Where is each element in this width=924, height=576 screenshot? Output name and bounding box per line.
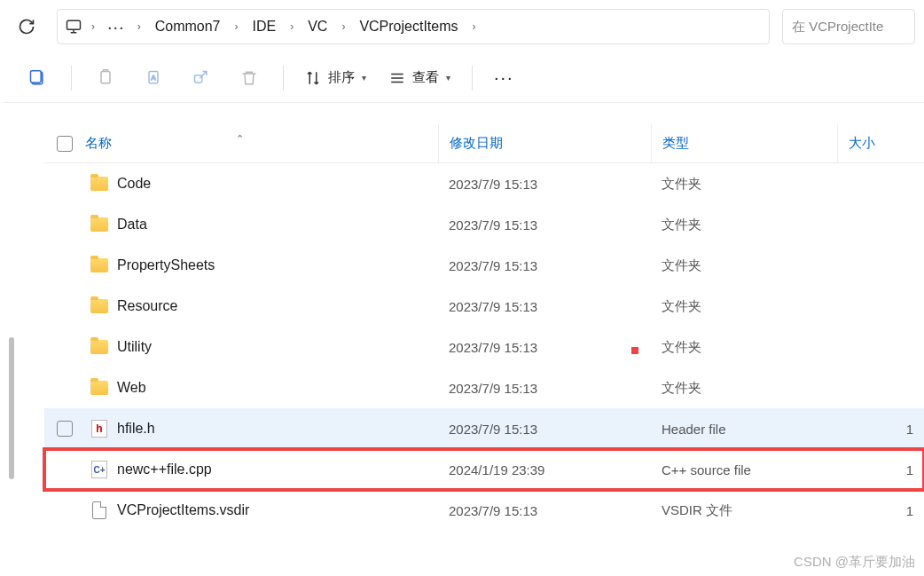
file-date: 2023/7/9 15:13 <box>438 217 651 233</box>
refresh-button[interactable] <box>9 9 44 44</box>
file-row[interactable]: Web2023/7/9 15:13文件夹 <box>44 367 924 408</box>
chevron-down-icon: ▾ <box>446 73 450 83</box>
separator <box>71 66 72 91</box>
file-list: 名称 ⌃ 修改日期 类型 大小 Code2023/7/9 15:13文件夹Dat… <box>44 124 924 576</box>
rename-button <box>228 59 270 98</box>
file-type: VSDIR 文件 <box>651 502 837 519</box>
file-row[interactable]: VCProjectItems.vsdir2023/7/9 15:13VSDIR … <box>44 490 924 531</box>
header-name[interactable]: 名称 ⌃ <box>85 135 438 152</box>
row-checkbox[interactable] <box>57 421 73 437</box>
new-button[interactable] <box>16 59 59 98</box>
cpp-file-icon: C+ <box>91 461 107 478</box>
file-type: 文件夹 <box>651 339 837 356</box>
folder-icon <box>90 299 108 313</box>
search-input[interactable]: 在 VCProjectIte <box>782 9 915 44</box>
header-type[interactable]: 类型 <box>651 124 837 162</box>
separator <box>283 66 284 91</box>
cut-button <box>84 59 127 98</box>
file-name: Web <box>114 380 438 396</box>
toolbar: A 排序 ▾ 查看 ▾ ··· <box>4 53 924 103</box>
view-label: 查看 <box>412 69 439 86</box>
copy-button: A <box>132 59 175 98</box>
folder-icon <box>90 258 108 272</box>
file-type: 文件夹 <box>651 380 837 397</box>
file-name: PropertySheets <box>114 257 438 273</box>
file-date: 2023/7/9 15:13 <box>438 299 651 314</box>
paste-button <box>180 59 223 98</box>
file-name: Data <box>114 217 438 233</box>
chevron-down-icon: ▾ <box>362 73 366 83</box>
file-date: 2024/1/19 23:39 <box>438 462 651 477</box>
file-name: newc++file.cpp <box>114 462 438 477</box>
file-date: 2023/7/9 15:13 <box>438 340 651 355</box>
nav-scrollbar[interactable] <box>9 337 14 479</box>
folder-icon <box>90 217 108 232</box>
file-type: 文件夹 <box>651 298 837 315</box>
file-type: C++ source file <box>651 462 837 477</box>
sort-indicator-icon: ⌃ <box>236 133 244 145</box>
chevron-right-icon: › <box>90 20 97 33</box>
chevron-right-icon: › <box>471 20 478 33</box>
folder-icon <box>90 381 108 395</box>
view-icon <box>389 70 405 86</box>
view-dropdown[interactable]: 查看 ▾ <box>380 64 459 91</box>
breadcrumb[interactable]: › ··· › Common7 › IDE › VC › VCProjectIt… <box>57 9 770 44</box>
file-row[interactable]: Data2023/7/9 15:13文件夹 <box>44 204 924 245</box>
file-date: 2023/7/9 15:13 <box>438 258 651 273</box>
sort-icon <box>305 70 321 86</box>
annotation-mark <box>631 347 638 354</box>
breadcrumb-segment[interactable]: IDE <box>247 15 281 38</box>
breadcrumb-segment[interactable]: Common7 <box>150 15 226 38</box>
file-date: 2023/7/9 15:13 <box>438 503 651 518</box>
file-type: 文件夹 <box>651 257 837 274</box>
svg-rect-3 <box>101 71 110 83</box>
svg-text:A: A <box>152 73 156 81</box>
file-name: Resource <box>114 298 438 314</box>
file-size: 1 <box>837 462 924 477</box>
chevron-right-icon: › <box>340 20 347 33</box>
search-placeholder: 在 VCProjectIte <box>792 19 883 36</box>
chevron-right-icon: › <box>136 20 143 33</box>
chevron-right-icon: › <box>232 20 239 33</box>
header-size[interactable]: 大小 <box>837 124 924 162</box>
file-name: Utility <box>114 339 438 355</box>
svg-rect-0 <box>67 20 81 29</box>
separator <box>472 66 473 91</box>
folder-icon <box>90 177 108 191</box>
file-name: hfile.h <box>114 421 438 437</box>
file-row[interactable]: Utility2023/7/9 15:13文件夹 <box>44 327 924 367</box>
file-name: VCProjectItems.vsdir <box>114 502 438 518</box>
file-date: 2023/7/9 15:13 <box>438 177 651 192</box>
pc-icon <box>65 18 82 36</box>
file-row[interactable]: hhfile.h2023/7/9 15:13Header file1 <box>44 408 924 449</box>
breadcrumb-segment[interactable]: VCProjectItems <box>354 15 463 38</box>
sort-dropdown[interactable]: 排序 ▾ <box>296 64 375 91</box>
file-type: 文件夹 <box>651 176 837 193</box>
file-type: Header file <box>651 422 837 437</box>
header-date[interactable]: 修改日期 <box>438 124 651 162</box>
column-headers: 名称 ⌃ 修改日期 类型 大小 <box>44 124 924 163</box>
file-type: 文件夹 <box>651 217 837 233</box>
file-size: 1 <box>837 422 924 437</box>
file-row[interactable]: Resource2023/7/9 15:13文件夹 <box>44 286 924 327</box>
file-size: 1 <box>837 503 924 518</box>
address-bar: › ··· › Common7 › IDE › VC › VCProjectIt… <box>0 0 924 53</box>
watermark: CSDN @革斤要加油 <box>794 554 915 571</box>
select-all-checkbox[interactable] <box>44 136 85 152</box>
folder-icon <box>90 340 108 354</box>
file-row[interactable]: C+newc++file.cpp2024/1/19 23:39C++ sourc… <box>44 449 924 490</box>
svg-rect-2 <box>31 70 42 82</box>
file-row[interactable]: Code2023/7/9 15:13文件夹 <box>44 163 924 204</box>
file-date: 2023/7/9 15:13 <box>438 422 651 437</box>
chevron-right-icon: › <box>288 20 295 33</box>
file-icon <box>92 501 106 519</box>
header-file-icon: h <box>91 420 107 438</box>
sort-label: 排序 <box>328 69 355 86</box>
breadcrumb-segment[interactable]: VC <box>302 15 333 38</box>
file-date: 2023/7/9 15:13 <box>438 381 651 396</box>
file-row[interactable]: PropertySheets2023/7/9 15:13文件夹 <box>44 245 924 286</box>
breadcrumb-overflow[interactable]: ··· <box>104 17 129 37</box>
file-name: Code <box>114 176 438 192</box>
more-button[interactable]: ··· <box>485 62 523 93</box>
